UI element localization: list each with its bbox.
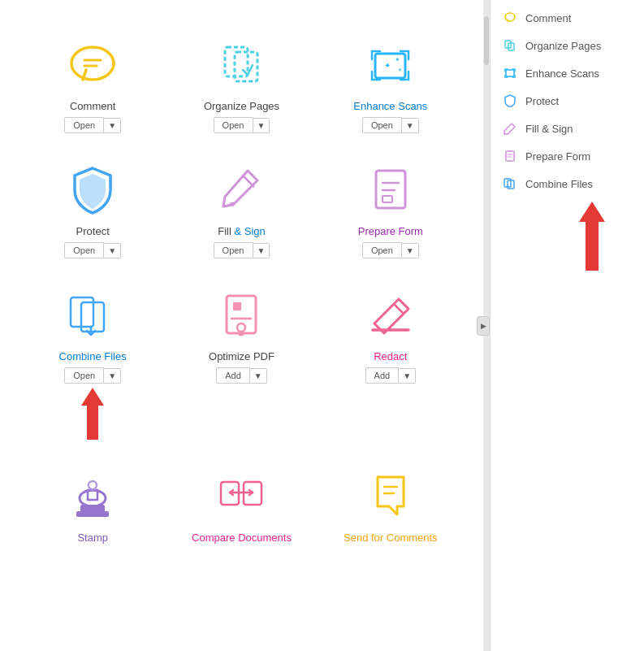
organize-pages-label: Organize Pages (204, 100, 279, 112)
redact-dropdown-btn[interactable]: ▼ (399, 368, 416, 384)
compare-documents-icon (213, 468, 270, 525)
organize-btn-group: Open ▼ (214, 117, 270, 133)
tool-enhance-scans: ✦ ✦ ✦ Enhance Scans Open ▼ (318, 24, 463, 141)
protect-label: Protect (76, 225, 110, 237)
enhance-scans-icon: ✦ ✦ ✦ (362, 37, 419, 93)
tools-grid: Comment Open ▼ Organize Pages Open (8, 16, 475, 565)
send-for-comments-label: Send for Comments (344, 532, 438, 544)
svg-rect-15 (227, 296, 256, 333)
redact-label: Redact (374, 350, 407, 362)
comment-btn-group: Open ▼ (64, 117, 121, 133)
compare-documents-label: Compare Documents (192, 532, 292, 544)
sidebar-prepareform-label: Prepare Form (525, 150, 590, 163)
sidebar-comment-label: Comment (525, 12, 571, 24)
prepare-form-open-btn[interactable]: Open (362, 242, 402, 258)
comment-open-btn[interactable]: Open (64, 117, 104, 133)
fill-sign-label: Fill & Sign (218, 225, 266, 237)
comment-dropdown-btn[interactable]: ▼ (104, 118, 121, 133)
tool-compare-documents: Compare Documents (169, 456, 313, 557)
send-for-comments-icon (362, 468, 419, 525)
optimize-pdf-icon (213, 287, 270, 344)
combine-open-btn[interactable]: Open (64, 367, 104, 384)
combine-dropdown-btn[interactable]: ▼ (104, 368, 121, 384)
combine-files-icon (64, 287, 121, 344)
comment-label: Comment (70, 100, 115, 112)
tool-optimize-pdf: Optimize PDF Add ▼ (169, 275, 313, 448)
sidebar-item-comment[interactable]: Comment (491, 4, 644, 32)
protect-icon (64, 162, 121, 219)
fill-sign-dropdown-btn[interactable]: ▼ (253, 243, 270, 258)
fill-sign-icon (213, 162, 270, 219)
svg-point-22 (89, 481, 97, 489)
svg-rect-30 (506, 70, 514, 76)
tool-combine-files: Combine Files Open ▼ (20, 275, 165, 448)
sidebar-fillsign-icon (503, 121, 517, 136)
sidebar-prepareform-icon (503, 149, 517, 163)
optimize-pdf-label: Optimize PDF (209, 350, 274, 362)
protect-btn-group: Open ▼ (64, 242, 121, 258)
organize-dropdown-btn[interactable]: ▼ (253, 118, 270, 133)
redact-add-btn[interactable]: Add (365, 367, 400, 384)
sidebar-organize-label: Organize Pages (525, 40, 601, 52)
tool-protect: Protect Open ▼ (20, 150, 165, 267)
tool-organize-pages: Organize Pages Open ▼ (169, 24, 313, 141)
prepare-form-icon (362, 162, 419, 219)
enhance-scans-label: Enhance Scans (353, 100, 427, 112)
svg-point-0 (71, 47, 114, 80)
enhance-dropdown-btn[interactable]: ▼ (402, 118, 419, 133)
prepare-form-btn-group: Open ▼ (362, 242, 419, 258)
stamp-icon (64, 468, 121, 525)
sidebar-protect-icon (503, 93, 517, 108)
sidebar-item-prepare-form[interactable]: Prepare Form (491, 142, 644, 170)
svg-point-17 (237, 323, 245, 332)
combine-files-label: Combine Files (59, 350, 127, 362)
sidebar-item-combine-files[interactable]: Combine Files (491, 170, 644, 197)
tool-send-for-comments: Send for Comments (318, 456, 463, 557)
svg-rect-16 (233, 302, 241, 310)
redact-btn-group: Add ▼ (365, 367, 416, 384)
sidebar-item-fill-sign[interactable]: Fill & Sign (491, 115, 644, 142)
fill-sign-open-btn[interactable]: Open (214, 242, 253, 258)
protect-dropdown-btn[interactable]: ▼ (104, 243, 121, 258)
sidebar-enhance-icon (503, 66, 517, 80)
combine-btn-group: Open ▼ (64, 367, 121, 384)
tool-redact: Redact Add ▼ (318, 275, 463, 448)
fill-sign-btn-group: Open ▼ (214, 242, 270, 258)
enhance-open-btn[interactable]: Open (362, 117, 402, 133)
prepare-form-label: Prepare Form (358, 225, 423, 237)
svg-rect-31 (506, 151, 514, 161)
svg-point-20 (80, 490, 106, 506)
svg-point-27 (505, 13, 515, 21)
arrow-combine (81, 388, 104, 440)
sidebar-fillsign-label: Fill & Sign (525, 123, 573, 135)
optimize-add-btn[interactable]: Add (216, 367, 250, 384)
optimize-dropdown-btn[interactable]: ▼ (250, 368, 267, 384)
organize-open-btn[interactable]: Open (214, 117, 253, 133)
organize-pages-icon (213, 37, 270, 93)
svg-text:✦: ✦ (398, 67, 402, 72)
sidebar-enhance-label: Enhance Scans (525, 67, 599, 80)
scrollbar[interactable]: ▶ (483, 0, 490, 651)
sidebar-combine-label: Combine Files (525, 178, 593, 190)
svg-rect-12 (383, 196, 392, 202)
scroll-thumb (484, 16, 489, 65)
tool-prepare-form: Prepare Form Open ▼ (318, 150, 463, 267)
sidebar-arrow-combine (539, 202, 644, 271)
svg-text:✦: ✦ (395, 56, 400, 63)
sidebar-item-protect[interactable]: Protect (491, 87, 644, 115)
sidebar-comment-icon (503, 11, 517, 25)
sidebar-item-enhance-scans[interactable]: Enhance Scans (491, 59, 644, 87)
sidebar-protect-label: Protect (525, 95, 559, 107)
prepare-form-dropdown-btn[interactable]: ▼ (402, 243, 419, 258)
comment-icon (64, 37, 121, 93)
tool-comment: Comment Open ▼ (20, 24, 165, 141)
collapse-sidebar-btn[interactable]: ▶ (477, 316, 490, 336)
svg-rect-19 (76, 511, 109, 517)
redact-icon (362, 287, 419, 344)
protect-open-btn[interactable]: Open (64, 242, 104, 258)
main-tools-panel: Comment Open ▼ Organize Pages Open (0, 0, 483, 651)
enhance-btn-group: Open ▼ (362, 117, 419, 133)
tool-fill-sign: Fill & Sign Open ▼ (169, 150, 313, 267)
stamp-label: Stamp (77, 532, 108, 544)
sidebar-item-organize-pages[interactable]: Organize Pages (491, 32, 644, 59)
